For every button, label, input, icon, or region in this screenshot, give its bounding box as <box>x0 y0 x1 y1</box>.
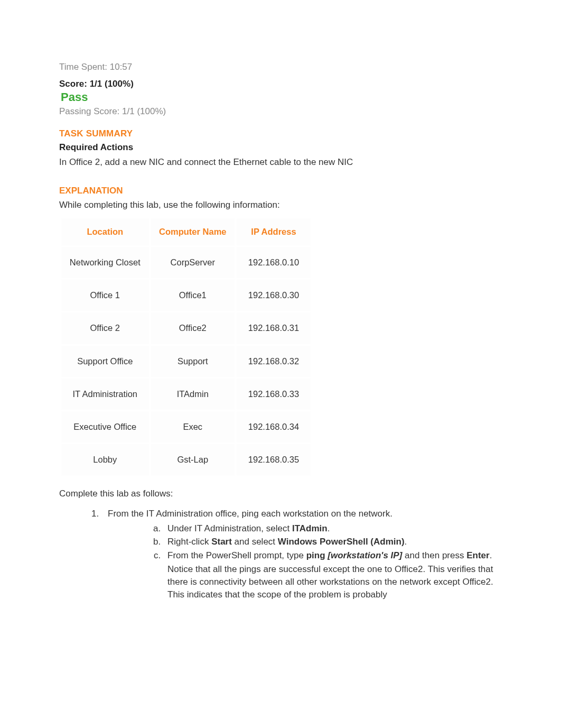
cell-ip: 192.168.0.34 <box>237 411 311 443</box>
passing-score: Passing Score: 1/1 (100%) <box>59 105 508 118</box>
cell-computer: Office1 <box>151 280 235 311</box>
step-1a: Under IT Administration, select ITAdmin. <box>163 522 508 535</box>
step-1-text: From the IT Administration office, ping … <box>108 509 392 519</box>
cell-location: Office 1 <box>61 280 149 311</box>
cell-computer: Support <box>151 346 235 377</box>
cell-ip: 192.168.0.31 <box>237 312 311 344</box>
cell-location: IT Administration <box>61 379 149 410</box>
col-ip: IP Address <box>237 218 311 245</box>
time-spent: Time Spent: 10:57 <box>59 61 508 73</box>
cell-location: Executive Office <box>61 411 149 443</box>
cell-location: Office 2 <box>61 312 149 344</box>
task-summary-heading: TASK SUMMARY <box>59 127 508 140</box>
step-1b: Right-click Start and select Windows Pow… <box>163 536 508 548</box>
table-row: Office 1 Office1 192.168.0.30 <box>61 280 311 311</box>
cell-location: Networking Closet <box>61 247 149 278</box>
cell-computer: Exec <box>151 411 235 443</box>
col-computer: Computer Name <box>151 218 235 245</box>
cell-computer: Gst-Lap <box>151 444 235 475</box>
pass-badge: Pass <box>61 89 508 106</box>
cell-computer: Office2 <box>151 312 235 344</box>
cell-ip: 192.168.0.10 <box>237 247 311 278</box>
table-row: Office 2 Office2 192.168.0.31 <box>61 312 311 344</box>
cell-ip: 192.168.0.33 <box>237 379 311 410</box>
substeps-list: Under IT Administration, select ITAdmin.… <box>108 522 508 601</box>
required-action-item: In Office 2, add a new NIC and connect t… <box>59 156 508 169</box>
score: Score: 1/1 (100%) <box>59 78 508 90</box>
cell-location: Lobby <box>61 444 149 475</box>
table-row: IT Administration ITAdmin 192.168.0.33 <box>61 379 311 410</box>
table-row: Support Office Support 192.168.0.32 <box>61 346 311 377</box>
step-1c-note: Notice that all the pings are successful… <box>167 563 508 601</box>
step-1: From the IT Administration office, ping … <box>101 508 508 601</box>
explanation-heading: EXPLANATION <box>59 185 508 197</box>
cell-ip: 192.168.0.35 <box>237 444 311 475</box>
complete-lab-intro: Complete this lab as follows: <box>59 487 508 500</box>
step-1c: From the PowerShell prompt, type ping [w… <box>163 549 508 601</box>
info-table: Location Computer Name IP Address Networ… <box>59 217 313 477</box>
cell-computer: CorpServer <box>151 247 235 278</box>
table-row: Executive Office Exec 192.168.0.34 <box>61 411 311 443</box>
table-header-row: Location Computer Name IP Address <box>61 218 311 245</box>
table-row: Lobby Gst-Lap 192.168.0.35 <box>61 444 311 475</box>
cell-location: Support Office <box>61 346 149 377</box>
col-location: Location <box>61 218 149 245</box>
explanation-intro: While completing this lab, use the follo… <box>59 199 508 211</box>
cell-ip: 192.168.0.30 <box>237 280 311 311</box>
cell-computer: ITAdmin <box>151 379 235 410</box>
cell-ip: 192.168.0.32 <box>237 346 311 377</box>
steps-list: From the IT Administration office, ping … <box>59 508 508 601</box>
table-row: Networking Closet CorpServer 192.168.0.1… <box>61 247 311 278</box>
required-actions-heading: Required Actions <box>59 141 508 154</box>
